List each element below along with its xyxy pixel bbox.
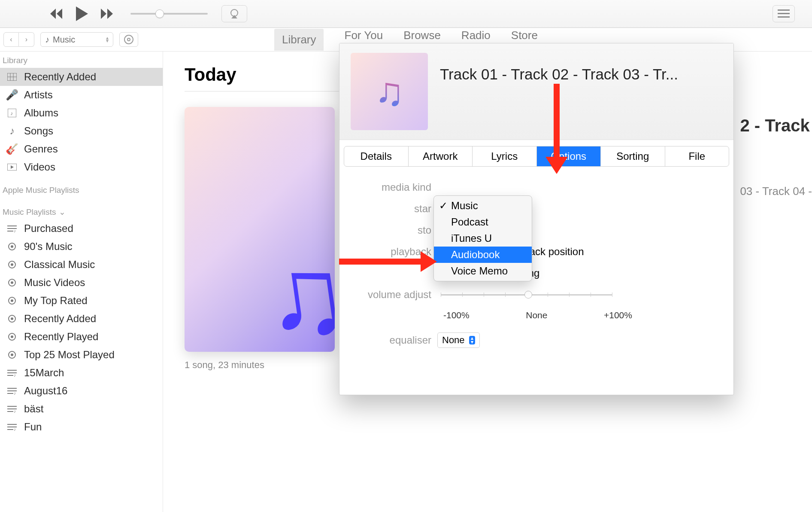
dropdown-option[interactable]: Audiobook <box>434 247 532 263</box>
sidebar-playlist-item[interactable]: ♪15March <box>0 364 163 382</box>
sidebar-header-apple-playlists: Apple Music Playlists <box>0 176 163 198</box>
equaliser-value: None <box>442 335 465 346</box>
sidebar-playlist-item[interactable]: ♪Fun <box>0 418 163 436</box>
dropdown-option[interactable]: Voice Memo <box>434 263 532 279</box>
svg-point-28 <box>11 335 13 338</box>
chevron-updown-icon: ▴▾ <box>469 336 475 344</box>
gear-icon <box>6 350 18 360</box>
sidebar-item-recently-added[interactable]: Recently Added <box>0 68 163 86</box>
forward-button[interactable]: › <box>19 32 34 47</box>
svg-text:♪: ♪ <box>14 427 16 431</box>
gear-icon <box>6 296 18 305</box>
get-info-dialog: ♫ Track 01 - Track 02 - Track 03 - Tr...… <box>339 43 734 395</box>
svg-text:♪: ♪ <box>14 409 16 413</box>
sidebar-item-videos[interactable]: Videos <box>0 158 163 176</box>
svg-text:♪: ♪ <box>14 391 16 395</box>
sidebar-playlist-item[interactable]: Music Videos <box>0 274 163 292</box>
sidebar-playlist-item[interactable]: 90's Music <box>0 238 163 256</box>
album-icon: ♪ <box>6 109 18 117</box>
tab-library[interactable]: Library <box>274 29 324 51</box>
next-button[interactable] <box>101 9 115 19</box>
sidebar-item-label: Music Videos <box>24 277 85 289</box>
album-artwork[interactable]: ♫ <box>185 107 335 352</box>
tab-artwork[interactable]: Artwork <box>409 146 473 166</box>
stop-label: sto <box>356 224 437 236</box>
video-icon <box>6 164 18 171</box>
volume-thumb[interactable] <box>155 9 164 18</box>
svg-point-18 <box>11 245 13 248</box>
sidebar: Library Recently Added 🎤 Artists ♪ Album… <box>0 52 163 512</box>
note-icon: ♪ <box>6 125 18 137</box>
sidebar-playlist-item[interactable]: ♪bäst <box>0 400 163 418</box>
dropdown-option[interactable]: Music <box>434 198 532 214</box>
slider-max-label: +100% <box>604 310 632 320</box>
airplay-button[interactable] <box>221 5 247 22</box>
dropdown-option[interactable]: Podcast <box>434 214 532 230</box>
sidebar-item-songs[interactable]: ♪ Songs <box>0 122 163 140</box>
volume-adjust-slider[interactable] <box>441 294 612 296</box>
svg-point-22 <box>11 281 13 284</box>
svg-point-5 <box>127 38 130 41</box>
sidebar-item-label: 90's Music <box>24 241 73 253</box>
sidebar-item-label: Purchased <box>24 222 73 235</box>
svg-point-26 <box>11 317 13 320</box>
play-button[interactable] <box>76 6 89 21</box>
tab-lyrics[interactable]: Lyrics <box>473 146 537 166</box>
up-next-button[interactable] <box>773 5 795 22</box>
playback-controls <box>49 6 115 21</box>
slider-thumb[interactable] <box>524 291 532 299</box>
svg-text:♪: ♪ <box>14 373 16 377</box>
playlist-icon: ♪ <box>6 225 18 232</box>
dialog-artwork: ♫ <box>351 53 428 130</box>
sidebar-item-artists[interactable]: 🎤 Artists <box>0 86 163 104</box>
sidebar-item-label: Top 25 Most Played <box>24 349 115 361</box>
svg-text:♪: ♪ <box>14 229 16 232</box>
slider-labels: -100% None +100% <box>443 310 632 320</box>
sidebar-playlist-item[interactable]: My Top Rated <box>0 292 163 310</box>
tab-sorting[interactable]: Sorting <box>601 146 665 166</box>
tab-details[interactable]: Details <box>344 146 409 166</box>
chevron-down-icon: ⌄ <box>59 207 66 217</box>
sidebar-item-label: Artists <box>24 89 53 101</box>
cd-button[interactable] <box>119 32 138 47</box>
sidebar-playlist-item[interactable]: Classical Music <box>0 256 163 274</box>
dialog-title: Track 01 - Track 02 - Track 03 - Tr... <box>440 53 678 83</box>
gear-icon <box>6 332 18 341</box>
svg-point-30 <box>11 354 13 356</box>
gear-icon <box>6 314 18 323</box>
sidebar-playlist-item[interactable]: Recently Added <box>0 310 163 328</box>
playlist-icon: ♪ <box>6 369 18 377</box>
previous-button[interactable] <box>49 9 64 19</box>
media-type-selector[interactable]: ♪ Music ▴▾ <box>40 32 113 47</box>
annotation-arrow-right <box>339 251 437 272</box>
equaliser-select[interactable]: None ▴▾ <box>437 332 480 348</box>
sidebar-item-label: Songs <box>24 125 53 137</box>
sidebar-header-library: Library <box>0 52 163 68</box>
media-kind-dropdown: MusicPodcastiTunes UAudiobookVoice Memo <box>433 195 532 281</box>
volume-adjust-label: volume adjust <box>356 289 437 301</box>
svg-rect-3 <box>778 16 790 18</box>
sidebar-item-label: bäst <box>24 403 43 415</box>
tab-file[interactable]: File <box>665 146 729 166</box>
sidebar-item-label: Genres <box>24 143 58 155</box>
sidebar-item-albums[interactable]: ♪ Albums <box>0 104 163 122</box>
svg-rect-1 <box>778 9 790 11</box>
volume-slider[interactable] <box>130 13 208 15</box>
sidebar-playlist-item[interactable]: Top 25 Most Played <box>0 346 163 364</box>
back-button[interactable]: ‹ <box>3 32 19 47</box>
sidebar-playlist-item[interactable]: ♪Purchased <box>0 219 163 238</box>
background-track-title: 2 - Track <box>740 116 812 135</box>
svg-point-24 <box>11 299 13 302</box>
sidebar-playlist-item[interactable]: ♪August16 <box>0 382 163 400</box>
dropdown-option[interactable]: iTunes U <box>434 230 532 247</box>
background-track-list: 2 - Track 03 - Track 04 - <box>740 116 812 198</box>
media-type-label: Music <box>53 35 75 45</box>
sidebar-header-label: Music Playlists <box>3 207 56 217</box>
gear-icon <box>6 242 18 251</box>
sidebar-item-genres[interactable]: 🎸 Genres <box>0 140 163 158</box>
sidebar-playlist-item[interactable]: Recently Played <box>0 328 163 346</box>
sidebar-item-label: Recently Added <box>24 313 96 325</box>
sidebar-header-music-playlists[interactable]: Music Playlists ⌄ <box>0 198 163 219</box>
equaliser-label: equaliser <box>356 334 437 346</box>
player-toolbar <box>0 0 812 28</box>
